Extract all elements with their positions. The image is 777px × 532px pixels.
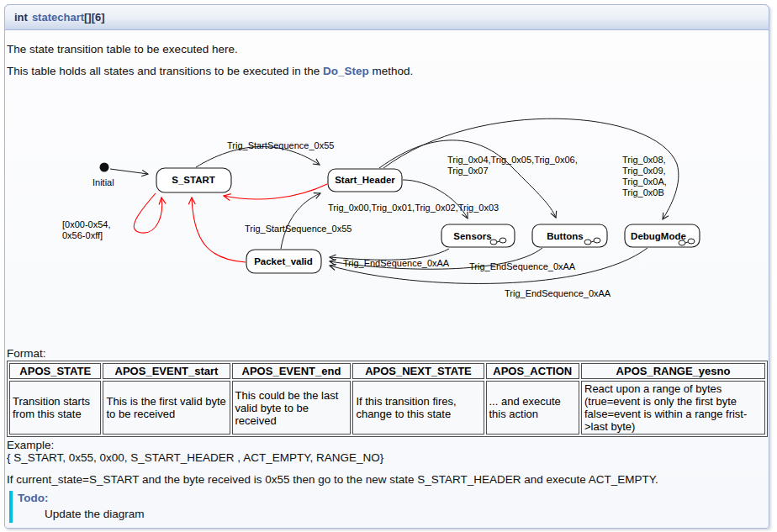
label-range-line1: [0x00-0x54, <box>62 219 110 229</box>
column-desc: ... and execute this action <box>486 381 580 435</box>
state-debugmode-label: DebugMode <box>631 231 686 241</box>
label-trig-0b: Trig_0x0B <box>622 187 664 198</box>
member-name-link[interactable]: statechart <box>32 11 84 24</box>
member-signature: intstatechart[][6] <box>4 4 769 30</box>
transition-initial-to-sstart <box>110 169 148 174</box>
state-packet-valid-label: Packet_valid <box>254 256 313 266</box>
label-end-sequence-buttons: Trig_EndSequence_0xAA <box>469 261 576 271</box>
column-header: APOS_EVENT_end <box>232 363 352 379</box>
initial-state-label: Initial <box>92 177 114 187</box>
initial-state-dot <box>100 163 109 172</box>
format-table-body-row: Transition starts from this state This i… <box>9 381 765 435</box>
transition-startheader-to-sensors <box>403 180 468 219</box>
todo-label-link[interactable]: Todo: <box>18 492 145 504</box>
label-start-sequence-top: Trig_StartSequence_0x55 <box>227 140 334 150</box>
label-trig-09: Trig_0x09, <box>622 166 666 176</box>
label-range-line2: 0x56-0xff] <box>62 230 103 240</box>
transition-sstart-self-loop <box>134 193 161 233</box>
column-desc: React upon a range of bytes (true=event … <box>581 381 765 435</box>
transition-startheader-to-sstart <box>224 184 327 199</box>
example-block: Example: { S_START, 0x55, 0x00, S_START_… <box>7 440 383 464</box>
column-desc: If this transition fires, change to this… <box>352 381 484 435</box>
format-table-header-row: APOS_STATE APOS_EVENT_start APOS_EVENT_e… <box>9 363 765 379</box>
label-trig-00-03: Trig_0x00,Trig_0x01,Trig_0x02,Trig_0x03 <box>328 203 499 213</box>
label-end-sequence-sensors: Trig_EndSequence_0xAA <box>343 258 450 268</box>
state-start-header-label: Start_Header <box>335 175 395 185</box>
label-trig-08: Trig_0x08, <box>622 155 666 165</box>
statechart-diagram: Initial S_START Start_Header Sensors But… <box>0 109 777 340</box>
format-label: Format: <box>7 347 46 360</box>
label-start-sequence-mid: Trig_StartSequence_0x55 <box>245 224 352 234</box>
column-desc: This could be the last valid byte to be … <box>232 381 352 435</box>
transition-packetvalid-to-sstart <box>192 198 246 262</box>
column-desc: This is the first valid byte to be recei… <box>103 381 230 435</box>
do-step-link[interactable]: Do_Step <box>323 65 369 77</box>
description-line-1: The state transition table to be execute… <box>7 43 238 55</box>
description-line-2: This table holds all states and transiti… <box>7 65 413 77</box>
todo-text: Update the diagram <box>45 508 145 520</box>
state-sensors-label: Sensors <box>453 231 491 241</box>
doxygen-member-page: intstatechart[][6] The state transition … <box>0 0 777 532</box>
column-desc: Transition starts from this state <box>9 381 101 435</box>
example-explanation: If current_state=S_START and the byte re… <box>7 473 658 486</box>
column-header: APOS_RANGE_yesno <box>581 363 765 379</box>
column-header: APOS_ACTION <box>486 363 580 379</box>
label-trig-0a: Trig_0x0A, <box>622 176 667 187</box>
state-s-start-label: S_START <box>172 175 215 185</box>
column-header: APOS_NEXT_STATE <box>352 363 484 379</box>
todo-block: Todo: Update the diagram <box>9 491 145 523</box>
format-table: APOS_STATE APOS_EVENT_start APOS_EVENT_e… <box>7 361 768 437</box>
label-end-sequence-debug: Trig_EndSequence_0xAA <box>505 288 611 298</box>
description-line-2-tail: method. <box>369 65 414 77</box>
transition-packetvalid-to-startheader <box>281 193 320 249</box>
example-label: Example: <box>7 440 383 452</box>
description-line-2-text: This table holds all states and transiti… <box>7 65 323 77</box>
column-header: APOS_EVENT_start <box>103 363 230 379</box>
column-header: APOS_STATE <box>9 363 101 379</box>
label-trig-07: Trig_0x07 <box>447 166 489 176</box>
state-buttons-label: Buttons <box>547 231 583 241</box>
label-trig-04-06: Trig_0x04,Trig_0x05,Trig_0x06, <box>447 155 578 165</box>
member-type: int <box>14 11 28 24</box>
example-code: { S_START, 0x55, 0x00, S_START_HEADER , … <box>7 452 383 465</box>
member-args: [][6] <box>84 11 105 24</box>
